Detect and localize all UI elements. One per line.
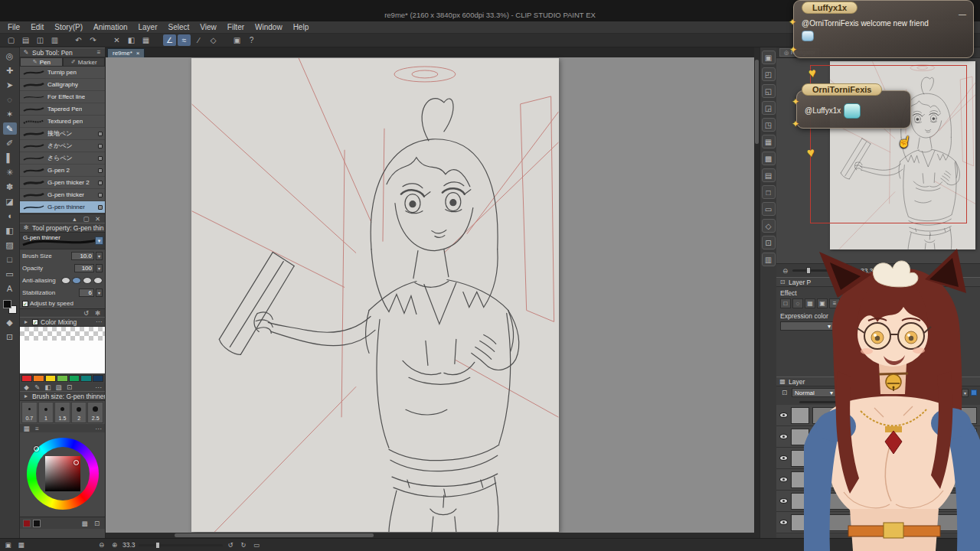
panel-icon-material-5[interactable]: ▦ — [762, 135, 776, 148]
color-mixing-transparent-area[interactable] — [20, 327, 105, 341]
panel-icon-material-12[interactable]: ▥ — [762, 253, 776, 266]
pen-tool-icon[interactable]: ✎ — [3, 122, 17, 135]
export-icon[interactable]: ▥ — [48, 34, 61, 46]
vertical-scrollbar[interactable] — [754, 47, 760, 538]
brush-size-preset[interactable]: 1 — [38, 402, 54, 423]
panel-icon-material-8[interactable]: □ — [762, 185, 776, 199]
panel-icon-material-4[interactable]: ◳ — [762, 118, 776, 132]
brush-size-input[interactable]: 10.0 — [71, 252, 94, 260]
move-tool-icon[interactable]: ✚ — [3, 64, 17, 77]
operation-tool-icon[interactable]: ➤ — [3, 79, 17, 91]
stabilization-dropdown[interactable]: ▾ — [96, 289, 103, 297]
symmetry-icon[interactable]: ◇ — [207, 34, 220, 46]
brush-size-preset[interactable]: 2 — [71, 402, 87, 423]
snap-to-ruler-icon[interactable]: ∠ — [163, 34, 176, 46]
visibility-eye-icon[interactable] — [779, 498, 788, 504]
effect-tone-icon[interactable]: ◌ — [792, 298, 803, 308]
brush-item[interactable]: さらペン — [20, 152, 105, 165]
brush-item[interactable]: Calligraphy — [20, 79, 105, 91]
visibility-eye-icon[interactable] — [779, 520, 788, 525]
horizontal-scrollbar[interactable] — [106, 533, 754, 538]
hue-marker[interactable] — [34, 446, 39, 452]
fit-screen-icon[interactable]: ▭ — [252, 540, 262, 549]
brush-size-panel-header[interactable]: ▸ Brush size: G-pen thinner — [20, 391, 105, 401]
new-brush-icon[interactable]: ▢ — [81, 214, 91, 223]
blend-tool-icon[interactable]: ◖ — [3, 210, 17, 222]
menu-dots-icon[interactable]: ⋯ — [93, 383, 103, 392]
zoom-out-icon[interactable]: ⊖ — [780, 266, 790, 276]
brush-item[interactable]: 接地ペン — [20, 128, 105, 140]
eyedropper-icon[interactable]: ◆ — [21, 383, 31, 392]
panel-icon-material-9[interactable]: ▭ — [762, 202, 776, 216]
transparent-color-icon[interactable]: ⊡ — [3, 331, 17, 343]
ruler-icon[interactable]: ∕ — [192, 34, 205, 46]
menu-edit[interactable]: Edit — [31, 23, 44, 31]
grid-view-icon[interactable]: ▦ — [21, 424, 31, 433]
opacity-input[interactable]: 100 — [74, 264, 94, 272]
color-mixing-checkbox[interactable]: ✓ — [32, 319, 38, 325]
antialias-weak[interactable] — [72, 277, 81, 284]
delete-brush-icon[interactable]: ✕ — [93, 214, 103, 223]
text-tool-icon[interactable]: A — [3, 282, 17, 295]
panel-icon-material-6[interactable]: ▩ — [762, 152, 776, 165]
panel-icon-material-11[interactable]: ⊡ — [762, 236, 776, 249]
brush-item[interactable]: さかペン — [20, 140, 105, 152]
corner-icon-1[interactable]: ▣ — [3, 540, 13, 549]
menu-help[interactable]: Help — [293, 23, 309, 31]
visibility-eye-icon[interactable] — [779, 412, 788, 418]
menu-layer[interactable]: Layer — [139, 23, 158, 31]
menu-file[interactable]: File — [8, 23, 20, 31]
preset-register-button[interactable]: ▾ — [95, 236, 103, 245]
brush-item-selected[interactable]: G-pen thinner — [20, 201, 105, 214]
preset-stroke-preview[interactable]: G-pen thinner ▾ — [20, 233, 105, 249]
canvas-tab[interactable]: re9me* × — [107, 48, 145, 57]
bucket-icon[interactable]: ◧ — [43, 383, 53, 392]
corner-icon-2[interactable]: ▦ — [16, 540, 26, 549]
menu-dots-icon[interactable]: ⋯ — [93, 424, 103, 433]
zoom-tool-icon[interactable]: ◎ — [3, 50, 17, 62]
panel-icon-material-2[interactable]: ◱ — [762, 84, 776, 98]
panel-icon-material-3[interactable]: ◲ — [762, 101, 776, 115]
color-swatch[interactable] — [69, 375, 80, 382]
color-swatch[interactable] — [93, 375, 103, 382]
save-icon[interactable]: ◫ — [34, 34, 47, 46]
lasso-tool-icon[interactable]: ◌ — [3, 93, 17, 106]
rotate-left-icon[interactable]: ↺ — [226, 540, 236, 549]
menu-view[interactable]: View — [200, 23, 217, 31]
frame-tool-icon[interactable]: ▭ — [3, 268, 17, 280]
wheel-mode-icon[interactable]: ▩ — [80, 519, 90, 528]
decoration-tool-icon[interactable]: ✽ — [3, 181, 17, 193]
square-mode-icon[interactable]: ⊡ — [92, 519, 102, 528]
fill-icon[interactable]: ◧ — [125, 34, 138, 46]
pencil-tool-icon[interactable]: ✐ — [3, 137, 17, 149]
canvas-paper[interactable] — [191, 58, 559, 532]
panel-icon-material-1[interactable]: ◰ — [762, 67, 776, 81]
panel-menu-icon[interactable]: ⋯ — [95, 318, 103, 326]
airbrush-tool-icon[interactable]: ✳ — [3, 166, 17, 178]
sub-color-chip[interactable] — [33, 520, 41, 527]
adjust-by-speed-checkbox[interactable]: ✓ — [22, 301, 28, 307]
collapse-icon[interactable]: ▸ — [22, 318, 30, 326]
scroll-thumb[interactable] — [755, 60, 759, 144]
brush-item[interactable]: Tapered Pen — [20, 103, 105, 116]
import-icon[interactable]: ▴ — [70, 214, 80, 223]
color-swatch[interactable] — [45, 375, 56, 382]
fg-bg-color-widget[interactable] — [3, 300, 17, 314]
brush-size-preset[interactable]: 2.5 — [87, 402, 103, 423]
new-file-icon[interactable]: ▢ — [5, 34, 18, 46]
color-swatch[interactable] — [21, 375, 32, 382]
wand-tool-icon[interactable]: ✶ — [3, 108, 17, 120]
redo-icon[interactable]: ↷ — [87, 34, 100, 46]
antialias-none[interactable] — [61, 277, 70, 284]
zoom-in-icon[interactable]: ⊕ — [109, 540, 119, 549]
figure-tool-icon[interactable]: □ — [3, 253, 17, 266]
visibility-eye-icon[interactable] — [779, 455, 788, 461]
tab-marker[interactable]: ✐Marker — [63, 57, 106, 67]
list-view-icon[interactable]: ≡ — [32, 424, 42, 433]
material-icon[interactable]: ▣ — [230, 34, 243, 46]
menu-window[interactable]: Window — [255, 23, 283, 31]
brush-item[interactable]: Turnip pen — [20, 67, 105, 79]
antialias-middle[interactable] — [83, 277, 92, 284]
zoom-out-icon[interactable]: ⊖ — [96, 540, 106, 549]
brush-tool-icon[interactable]: ▌ — [3, 152, 17, 164]
